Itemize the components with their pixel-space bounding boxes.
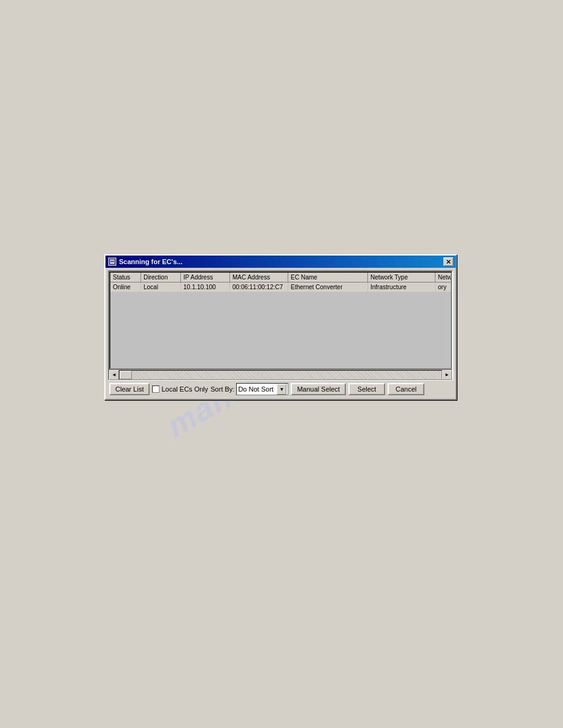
col-ip: IP Address <box>181 273 230 282</box>
table-row[interactable]: Online Local 10.1.10.100 00:06:11:00:12:… <box>110 282 451 292</box>
col-mac: MAC Address <box>230 273 288 282</box>
sort-dropdown[interactable]: Do Not Sort ▼ <box>236 383 288 395</box>
cell-ip: 10.1.10.100 <box>181 282 230 292</box>
col-network-type: Network Type <box>368 273 435 282</box>
col-status: Status <box>110 273 141 282</box>
local-ecs-checkbox-label[interactable]: Local ECs Only <box>152 385 208 393</box>
cell-ec-name: Ethernet Converter <box>288 282 368 292</box>
table-header: Status Direction IP Address MAC Address … <box>110 273 451 282</box>
table-body[interactable]: Online Local 10.1.10.100 00:06:11:00:12:… <box>110 282 451 365</box>
dialog-icon <box>108 257 117 266</box>
scrollbar-thumb[interactable] <box>120 371 132 379</box>
table-container: Status Direction IP Address MAC Address … <box>109 271 452 370</box>
scrollbar-track[interactable] <box>119 370 442 380</box>
local-ecs-checkbox[interactable] <box>152 385 159 393</box>
dialog-body: Status Direction IP Address MAC Address … <box>105 268 456 399</box>
table-area: Status Direction IP Address MAC Address … <box>108 270 453 381</box>
scanning-dialog: Scanning for EC's... ✕ Status Direction … <box>104 254 457 400</box>
cancel-button[interactable]: Cancel <box>388 383 424 395</box>
sort-by-label: Sort By: <box>210 385 234 393</box>
dialog-title: Scanning for EC's... <box>119 258 182 265</box>
local-ecs-label: Local ECs Only <box>161 385 208 393</box>
clear-list-button[interactable]: Clear List <box>109 383 150 395</box>
horizontal-scrollbar[interactable]: ◄ ► <box>109 370 452 379</box>
select-button[interactable]: Select <box>348 383 385 395</box>
close-button[interactable]: ✕ <box>443 257 453 266</box>
cell-network-type: Infrastructure <box>368 282 435 292</box>
title-bar: Scanning for EC's... ✕ <box>105 256 456 268</box>
sort-group: Sort By: Do Not Sort ▼ <box>210 383 288 395</box>
cell-mac: 00:06:11:00:12:C7 <box>230 282 288 292</box>
col-direction: Direction <box>141 273 181 282</box>
cell-direction: Local <box>141 282 181 292</box>
bottom-controls: Clear List Local ECs Only Sort By: Do No… <box>108 381 453 396</box>
sort-dropdown-arrow[interactable]: ▼ <box>277 384 286 395</box>
title-bar-left: Scanning for EC's... <box>108 257 182 266</box>
svg-rect-2 <box>110 261 114 262</box>
scroll-right-button[interactable]: ► <box>442 370 452 380</box>
col-network-name: Network Name <box>435 273 452 282</box>
manual-select-button[interactable]: Manual Select <box>291 383 346 395</box>
cell-status: Online <box>110 282 141 292</box>
sort-value: Do Not Sort <box>238 385 273 393</box>
scroll-left-button[interactable]: ◄ <box>109 370 119 380</box>
cell-network-name: ory <box>435 282 451 292</box>
col-ec-name: EC Name <box>288 273 368 282</box>
